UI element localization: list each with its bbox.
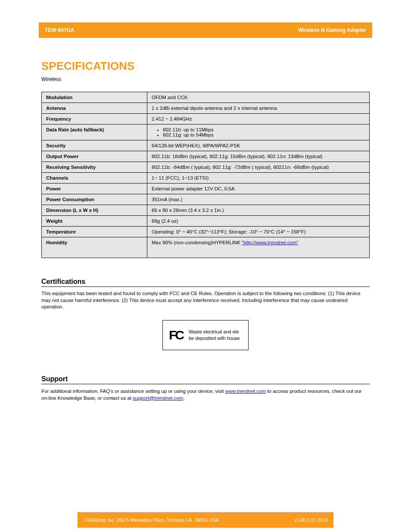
table-row: Security 64/128-bit WEP(HEX), WPA/WPA2-P…: [42, 140, 370, 151]
table-row: Temperature Operating: 0° ~ 45°C (32°~11…: [42, 227, 370, 237]
footer-bar: TRENDnet, Inc. 20675 Manhattan Place, To…: [78, 512, 333, 528]
spec-value-link[interactable]: "http://www.trendnet.com": [242, 240, 299, 245]
table-row: Output Power 802.11b: 18dBm (typical), 8…: [42, 151, 370, 162]
table-row: Frequency 2.412 ~ 2.484GHz: [42, 114, 370, 124]
table-row: Power External power adapter 12V DC, 0.5…: [42, 184, 370, 194]
table-row: Channels 1~ 11 (FCC), 1~13 (ETSI): [42, 173, 370, 184]
spec-label: Antenna: [42, 103, 147, 114]
spec-value-text: Max 90% (non-condensing)HYPERLINK: [152, 240, 242, 245]
table-row: Modulation OFDM and CCK: [42, 92, 370, 103]
support-link-site[interactable]: www.trendnet.com: [225, 389, 266, 394]
section-title: SPECIFICATIONS: [41, 59, 411, 73]
spec-value: Operating: 0° ~ 45°C (32°~113°F); Storag…: [147, 227, 370, 237]
table-row: Humidity Max 90% (non-condensing)HYPERLI…: [42, 237, 370, 258]
support-text-prefix: For additional information, FAQ's or ass…: [41, 389, 225, 394]
spec-value: Max 90% (non-condensing)HYPERLINK "http:…: [147, 237, 370, 258]
spec-value: 802.11b: -84dBm ( typical), 802.11g: -72…: [147, 162, 370, 173]
support-heading: Support: [41, 375, 370, 384]
spec-value: 85 x 80 x 26mm (3.4 x 3.2 x 1in.): [147, 205, 370, 216]
spec-label: Temperature: [42, 227, 147, 237]
spec-value: External power adapter 12V DC, 0.5A: [147, 184, 370, 194]
spec-label: Receiving Sensitivity: [42, 162, 147, 173]
spec-label: Data Rate (auto fallback): [42, 124, 147, 140]
spec-value: 2.412 ~ 2.484GHz: [147, 114, 370, 124]
spec-value: 351mA (max.): [147, 194, 370, 205]
spec-label: Modulation: [42, 92, 147, 103]
spec-bullet: 802.11g: up to 54Mbps: [163, 132, 365, 137]
spec-value: 802.11b: up to 11Mbps 802.11g: up to 54M…: [147, 124, 370, 140]
table-row: Dimension (L x W x H) 85 x 80 x 26mm (3.…: [42, 205, 370, 216]
spec-label: Dimension (L x W x H): [42, 205, 147, 216]
cert-box-line: Waste electrical and ele: [189, 329, 240, 335]
table-row: Power Consumption 351mA (max.): [42, 194, 370, 205]
spec-value: 1~ 11 (FCC), 1~13 (ETSI): [147, 173, 370, 184]
section-subtitle: Wireless: [41, 76, 411, 82]
spec-label: Power: [42, 184, 147, 194]
support-text: For additional information, FAQ's or ass…: [41, 388, 370, 401]
cert-box-line: be deposited with house: [189, 335, 240, 342]
fcc-logo-icon: FC: [169, 329, 183, 342]
header-product-title: Wireless N Gaming Adapter: [299, 27, 367, 33]
header-bar: TEW-647GA Wireless N Gaming Adapter: [39, 22, 372, 38]
support-link-email[interactable]: support@trendnet.com: [133, 395, 183, 401]
spec-label: Channels: [42, 173, 147, 184]
spec-label: Weight: [42, 216, 147, 227]
spec-value: 802.11b: 18dBm (typical), 802.11g: 15dBm…: [147, 151, 370, 162]
certifications-heading: Certifications: [41, 278, 370, 287]
certification-box-text: Waste electrical and ele be deposited wi…: [189, 329, 240, 342]
table-row: Receiving Sensitivity 802.11b: -84dBm ( …: [42, 162, 370, 173]
spec-bullet: 802.11b: up to 11Mbps: [163, 127, 365, 132]
spec-label: Frequency: [42, 114, 147, 124]
spec-label: Power Consumption: [42, 194, 147, 205]
support-text-suffix: .: [183, 395, 184, 401]
spec-label: Output Power: [42, 151, 147, 162]
spec-value: 68g (2.4 oz): [147, 216, 370, 227]
certification-box: FC Waste electrical and ele be deposited…: [162, 320, 249, 350]
table-row: Antenna 1 x 2dBi external dipole antenna…: [42, 103, 370, 114]
table-row: Weight 68g (2.4 oz): [42, 216, 370, 227]
specifications-table: Modulation OFDM and CCK Antenna 1 x 2dBi…: [41, 92, 370, 258]
footer-version-date: v1.0R 1.07.2019: [294, 517, 327, 523]
spec-value: 64/128-bit WEP(HEX), WPA/WPA2-PSK: [147, 140, 370, 151]
footer-company-address: TRENDnet, Inc. 20675 Manhattan Place, To…: [84, 517, 218, 523]
spec-value: OFDM and CCK: [147, 92, 370, 103]
table-row: Data Rate (auto fallback) 802.11b: up to…: [42, 124, 370, 140]
certifications-text: This equipment has been tested and found…: [41, 290, 370, 311]
spec-label: Humidity: [42, 237, 147, 258]
spec-label: Security: [42, 140, 147, 151]
header-product-code: TEW-647GA: [45, 27, 74, 33]
spec-value: 1 x 2dBi external dipole antenna and 2 x…: [147, 103, 370, 114]
